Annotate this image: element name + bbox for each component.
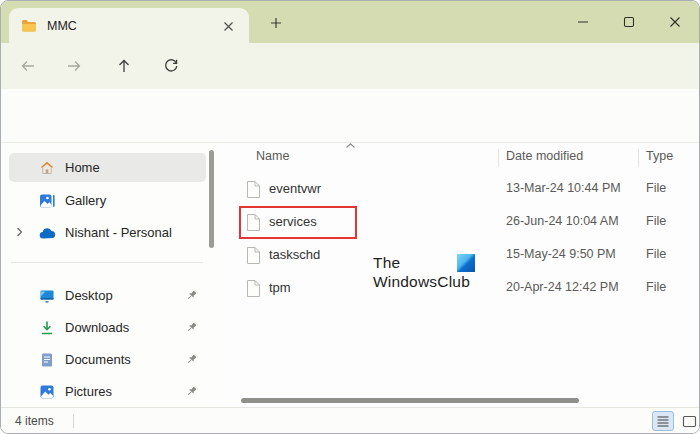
highlight-box-services — [239, 206, 357, 239]
sidebar-item-gallery[interactable]: Gallery — [9, 186, 206, 215]
file-icon — [246, 246, 261, 265]
watermark-line2: WindowsClub — [373, 272, 473, 291]
file-icon — [246, 279, 261, 298]
horizontal-scrollbar[interactable] — [241, 398, 579, 403]
chevron-right-icon[interactable] — [16, 227, 23, 237]
sidebar-item-label: Pictures — [65, 384, 112, 399]
explorer-tab-mmc[interactable]: MMC — [9, 8, 249, 43]
gallery-icon — [39, 193, 55, 209]
file-type: File — [646, 181, 666, 195]
file-row-eventvwr[interactable]: eventvwr 13-Mar-24 10:44 PM File — [223, 173, 700, 206]
pin-icon — [185, 321, 198, 334]
sidebar-item-desktop[interactable]: Desktop — [9, 281, 206, 310]
sidebar-item-downloads[interactable]: Downloads — [9, 313, 206, 342]
item-count: 4 items — [15, 414, 54, 428]
sidebar-divider — [11, 262, 203, 263]
pin-icon — [185, 385, 198, 398]
sidebar-item-label: Documents — [65, 352, 131, 367]
windows-club-watermark: The WindowsClub — [373, 253, 473, 291]
sort-ascending-icon — [345, 142, 356, 149]
sidebar-item-label: Desktop — [65, 288, 113, 303]
onedrive-cloud-icon — [39, 225, 55, 241]
file-type: File — [646, 214, 666, 228]
sidebar-item-pictures[interactable]: Pictures — [9, 377, 206, 406]
sidebar-item-onedrive[interactable]: Nishant - Personal — [9, 218, 206, 247]
column-divider[interactable] — [638, 149, 639, 167]
sidebar-item-label: Nishant - Personal — [65, 225, 172, 240]
navigation-bar: … Microsoft MMC — [1, 43, 700, 89]
close-button[interactable] — [652, 1, 698, 42]
navigation-pane: Home Gallery Nishant - Personal — [1, 143, 223, 407]
up-button[interactable] — [110, 52, 138, 80]
back-button[interactable] — [14, 52, 42, 80]
file-name[interactable]: tpm — [269, 280, 291, 295]
column-header-name[interactable]: Name — [256, 149, 289, 163]
column-divider[interactable] — [498, 149, 499, 167]
file-icon — [246, 180, 261, 199]
sidebar-item-label: Gallery — [65, 193, 106, 208]
content-area: Home Gallery Nishant - Personal — [1, 143, 700, 407]
sidebar-scrollbar[interactable] — [209, 150, 214, 248]
pin-icon — [185, 353, 198, 366]
file-name[interactable]: eventvwr — [269, 181, 321, 196]
home-icon — [39, 160, 55, 176]
title-bar: MMC — [1, 1, 700, 43]
file-type: File — [646, 280, 666, 294]
documents-icon — [39, 352, 55, 368]
file-date-modified: 13-Mar-24 10:44 PM — [506, 181, 621, 195]
sidebar-item-label: Downloads — [65, 320, 129, 335]
sidebar-item-home[interactable]: Home — [9, 153, 206, 182]
pictures-icon — [39, 384, 55, 400]
tab-title: MMC — [47, 19, 77, 33]
minimize-button[interactable] — [560, 1, 606, 42]
tab-close-icon[interactable] — [216, 14, 240, 38]
command-toolbar: New Sort — [1, 89, 700, 143]
downloads-icon — [39, 320, 55, 336]
file-list-pane: Name Date modified Type eventvwr 13-Mar-… — [223, 143, 700, 407]
thumbnail-view-toggle[interactable] — [678, 411, 700, 431]
maximize-button[interactable] — [606, 1, 652, 42]
details-view-toggle[interactable] — [652, 411, 674, 431]
status-bar: 4 items — [1, 407, 700, 434]
column-header-type[interactable]: Type — [646, 149, 673, 163]
file-date-modified: 26-Jun-24 10:04 AM — [506, 214, 619, 228]
sidebar-item-documents[interactable]: Documents — [9, 345, 206, 374]
windows-club-logo-icon — [457, 254, 475, 272]
folder-icon — [21, 18, 37, 34]
forward-button[interactable] — [60, 52, 88, 80]
desktop-icon — [39, 288, 55, 304]
new-tab-button[interactable] — [262, 10, 290, 36]
file-date-modified: 20-Apr-24 12:42 PM — [506, 280, 619, 294]
column-header-date-modified[interactable]: Date modified — [506, 149, 583, 163]
sidebar-item-label: Home — [65, 160, 100, 175]
file-type: File — [646, 247, 666, 261]
statusbar-divider — [73, 414, 74, 428]
refresh-button[interactable] — [157, 52, 185, 80]
file-date-modified: 15-May-24 9:50 PM — [506, 247, 616, 261]
pin-icon — [185, 289, 198, 302]
file-explorer-window: MMC — [0, 0, 700, 434]
file-name[interactable]: taskschd — [269, 247, 320, 262]
